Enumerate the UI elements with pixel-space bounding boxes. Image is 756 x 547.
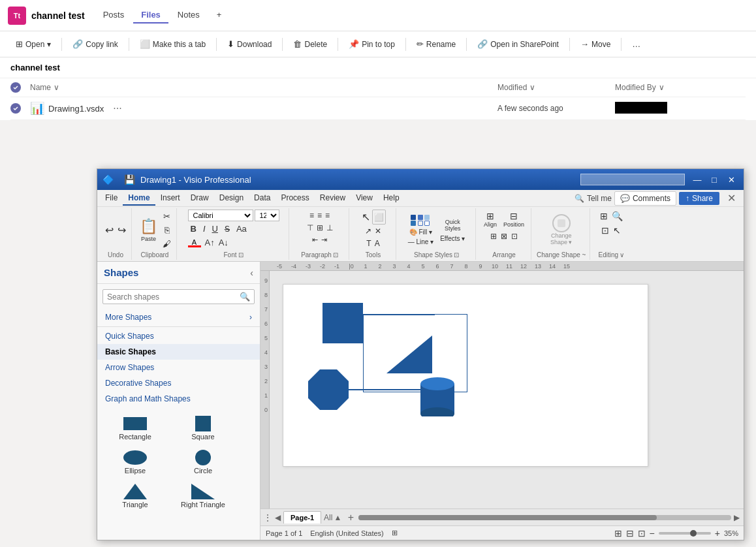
- shape-circle[interactable]: Circle: [170, 446, 236, 477]
- more-options-button[interactable]: …: [627, 37, 646, 52]
- page-tab-options-button[interactable]: ⋮: [263, 512, 272, 523]
- zoom-out-button[interactable]: −: [650, 528, 655, 539]
- undo-button[interactable]: ↩: [104, 223, 115, 238]
- font-shrink-button[interactable]: A↓: [217, 236, 230, 249]
- shape-rectangle[interactable]: Rectangle: [102, 412, 168, 443]
- menu-data[interactable]: Data: [249, 191, 276, 206]
- teams-nav-files[interactable]: Files: [133, 7, 168, 23]
- menu-home[interactable]: Home: [123, 191, 155, 206]
- menu-design[interactable]: Design: [214, 191, 249, 206]
- shapes-nav-more[interactable]: More Shapes ›: [97, 309, 260, 325]
- drawing-page[interactable]: [283, 284, 648, 467]
- decrease-indent-button[interactable]: ⇤: [311, 234, 319, 245]
- teams-nav-posts[interactable]: Posts: [95, 7, 133, 23]
- modifiedby-column-header[interactable]: Modified By ∨: [615, 83, 746, 92]
- move-button[interactable]: → Move: [575, 37, 616, 52]
- font-case-button[interactable]: Aa: [234, 223, 249, 234]
- position-button[interactable]: ⊟ Position: [501, 210, 527, 229]
- align-left-button[interactable]: ≡: [308, 210, 315, 221]
- zoom-in-button[interactable]: +: [715, 528, 720, 539]
- strikethrough-button[interactable]: S̶: [222, 223, 232, 234]
- align-center-button[interactable]: ≡: [316, 210, 323, 221]
- full-screen-button[interactable]: ⊡: [638, 528, 646, 539]
- shapes-search-field[interactable]: 🔍: [102, 289, 255, 304]
- text-tool[interactable]: T: [365, 238, 372, 249]
- shapes-nav-decorative[interactable]: Decorative Shapes: [97, 375, 260, 391]
- cut-button[interactable]: ✂: [161, 210, 172, 223]
- teams-nav-notes[interactable]: Notes: [170, 7, 208, 23]
- align-button[interactable]: ⊞ Align: [481, 210, 499, 229]
- name-column-header[interactable]: Name ∨: [30, 83, 497, 92]
- menu-view[interactable]: View: [351, 191, 378, 206]
- canvas-connector-2[interactable]: [349, 389, 420, 390]
- line-button[interactable]: — Line ▾: [406, 238, 435, 246]
- menu-draw[interactable]: Draw: [185, 191, 214, 206]
- effects-button[interactable]: Effects ▾: [438, 234, 467, 243]
- maximize-button[interactable]: □: [707, 172, 721, 187]
- underline-button[interactable]: U: [210, 223, 221, 234]
- zoom-slider[interactable]: [659, 532, 711, 535]
- increase-indent-button[interactable]: ⇥: [320, 234, 328, 245]
- text-format-tool[interactable]: A: [373, 238, 381, 249]
- zoom-level-label[interactable]: 35%: [724, 529, 738, 537]
- delete-button[interactable]: 🗑 Delete: [288, 37, 332, 52]
- format-painter-button[interactable]: 🖌: [161, 238, 172, 250]
- shape-styles-dialog-launcher[interactable]: ⊡: [454, 251, 459, 258]
- font-color-button[interactable]: A: [188, 238, 201, 247]
- page-settings-icon[interactable]: ⊞: [392, 529, 398, 537]
- file-checkbox[interactable]: [10, 103, 21, 114]
- arrange-more-3[interactable]: ⊡: [510, 230, 519, 242]
- close-button[interactable]: ✕: [724, 172, 738, 187]
- editing-tool-4[interactable]: ↖: [612, 224, 622, 237]
- open-sharepoint-button[interactable]: 🔗 Open in SharePoint: [472, 37, 564, 52]
- paste-button[interactable]: 📋 Paste: [137, 217, 160, 243]
- select-all-checkbox[interactable]: [10, 82, 21, 93]
- canvas-shape-rect[interactable]: [323, 303, 363, 343]
- align-bottom-button[interactable]: ⊥: [325, 222, 334, 234]
- copy-link-button[interactable]: 🔗 Copy link: [67, 37, 123, 52]
- copy-button[interactable]: ⎘: [161, 224, 172, 236]
- page-scrollbar-thumb[interactable]: [358, 515, 657, 520]
- shape-square[interactable]: Square: [170, 412, 236, 443]
- zoom-slider-thumb[interactable]: [690, 530, 697, 537]
- shape-triangle[interactable]: Triangle: [102, 480, 168, 511]
- shape-right-triangle[interactable]: Right Triangle: [170, 480, 236, 511]
- page-tab-prev-button[interactable]: ◀: [274, 513, 282, 522]
- comments-button[interactable]: 💬 Comments: [614, 191, 676, 206]
- download-button[interactable]: ⬇ Download: [222, 37, 277, 52]
- bold-button[interactable]: B: [188, 223, 199, 234]
- menu-file[interactable]: File: [100, 191, 123, 206]
- canvas-shape-triangle[interactable]: [386, 336, 432, 375]
- shapes-nav-arrow[interactable]: Arrow Shapes: [97, 360, 260, 375]
- menu-review[interactable]: Review: [315, 191, 351, 206]
- canvas-wrapper[interactable]: [270, 271, 744, 508]
- fit-width-button[interactable]: ⊟: [626, 528, 634, 539]
- redo-button[interactable]: ↪: [116, 223, 127, 238]
- quick-styles-button[interactable]: [406, 214, 435, 227]
- tell-me-label[interactable]: Tell me: [587, 194, 612, 203]
- add-page-button[interactable]: +: [344, 511, 357, 524]
- canvas-shape-cylinder[interactable]: [420, 376, 454, 418]
- italic-button[interactable]: I: [200, 223, 208, 234]
- visio-save-button[interactable]: 💾: [124, 174, 135, 185]
- pointer-tool[interactable]: ↖: [360, 210, 371, 225]
- shapes-nav-basic[interactable]: Basic Shapes: [97, 344, 260, 360]
- page-tab-1[interactable]: Page-1: [283, 511, 321, 524]
- shapes-panel-collapse-button[interactable]: ‹: [250, 268, 253, 278]
- canvas-shape-octagon[interactable]: [308, 369, 349, 412]
- delete-shape-tool[interactable]: ✕: [373, 225, 383, 237]
- share-button[interactable]: ↑ Share: [679, 192, 719, 205]
- fit-page-button[interactable]: ⊞: [614, 528, 622, 539]
- shape-ellipse[interactable]: Ellipse: [102, 446, 168, 477]
- menu-insert[interactable]: Insert: [155, 191, 185, 206]
- page-tab-next-button[interactable]: ▶: [732, 513, 741, 522]
- shapes-search-input[interactable]: [107, 292, 240, 302]
- arrange-more-1[interactable]: ⊞: [489, 230, 498, 242]
- align-right-button[interactable]: ≡: [324, 210, 331, 221]
- shapes-nav-graph[interactable]: Graph and Math Shapes: [97, 391, 260, 407]
- connector-tool[interactable]: ↗: [364, 225, 373, 237]
- menu-process[interactable]: Process: [276, 191, 314, 206]
- change-shape-button[interactable]: Change Shape ▾: [548, 213, 575, 247]
- editing-tool-1[interactable]: ⊞: [599, 210, 609, 223]
- menu-help[interactable]: Help: [378, 191, 405, 206]
